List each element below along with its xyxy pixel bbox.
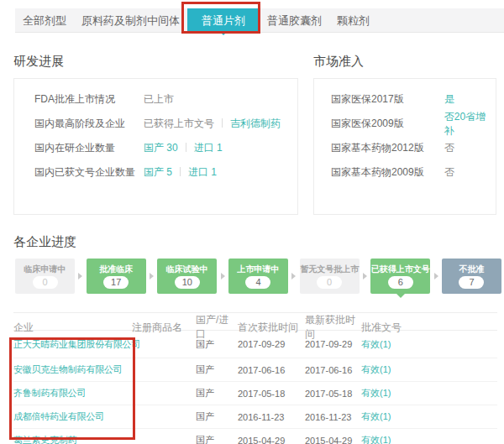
license-link[interactable]: 有效(1) <box>361 363 497 376</box>
license-link[interactable]: 有效(1) <box>361 338 497 351</box>
info-row: FDA批准上市情况已上市 <box>14 87 297 112</box>
stage-count-badge: 0 <box>33 276 58 289</box>
market-access-title: 市场准入 <box>313 54 364 70</box>
info-label: 国家医保2009版 <box>331 117 444 131</box>
first-approval-date-cell: 2017-09-29 <box>238 339 305 349</box>
table-header-row: 企业注册商品名国产/进口首次获批时间最新获批时间批准文号 <box>13 313 497 331</box>
stage-count-badge: 0 <box>317 276 342 289</box>
market-access-panel: 国家医保2017版是国家医保2009版否20省增补国家基本药物2012版否国家基… <box>313 78 496 215</box>
info-label: 国内在研企业数量 <box>34 141 144 155</box>
stage-label: 已获得上市文号 <box>370 259 430 274</box>
stage-label: 临床申请中 <box>15 259 75 274</box>
origin-cell: 国产 <box>196 410 238 423</box>
table-header-cell: 注册商品名 <box>132 321 196 335</box>
latest-approval-date-cell: 2017-09-29 <box>305 339 361 349</box>
tab-item[interactable]: 颗粒剂 <box>329 8 377 32</box>
info-values: 已获得上市文号吉利德制药 <box>144 117 281 131</box>
arrow-right-icon <box>221 273 225 279</box>
value-separator <box>180 167 181 176</box>
tab-bar: 全部剂型原料药及制剂中间体普通片剂普通胶囊剂颗粒剂 <box>15 8 504 33</box>
latest-approval-date-cell: 2016-11-23 <box>305 412 361 422</box>
table-header-cell: 首次获批时间 <box>238 321 305 335</box>
origin-cell: 国产 <box>196 363 238 376</box>
arrow-right-icon <box>291 273 296 279</box>
tab-item[interactable]: 普通胶囊剂 <box>260 8 329 32</box>
value-link[interactable]: 否20省增补 <box>444 111 486 137</box>
company-link[interactable]: 成都倍特药业有限公司 <box>13 410 132 423</box>
table-row: 正大天晴药业集团股份有限公司国产2017-09-292017-09-29有效(1… <box>13 331 497 358</box>
value-separator <box>222 118 223 128</box>
value-link[interactable]: 国产 30 <box>144 142 178 154</box>
info-label: 国家基本药物2012版 <box>331 141 444 155</box>
info-row: 国内最高阶段及企业已获得上市文号吉利德制药 <box>14 112 297 136</box>
license-link[interactable]: 有效(1) <box>361 434 497 444</box>
info-values: 否20省增补 <box>444 110 496 138</box>
stage-label: 批准临床 <box>87 259 146 274</box>
info-label: 国家医保2017版 <box>331 92 444 107</box>
value-link[interactable]: 进口 1 <box>188 166 217 178</box>
value-text: 否 <box>444 142 454 154</box>
stage-count-badge: 6 <box>388 276 413 289</box>
stage-flow: 临床申请中0批准临床17临床试验中10上市申请中4暂无文号批上市0已获得上市文号… <box>15 259 501 294</box>
stage-box[interactable]: 已获得上市文号6 <box>370 259 430 294</box>
first-approval-date-cell: 2016-11-23 <box>238 412 305 422</box>
companies-table: 企业注册商品名国产/进口首次获批时间最新获批时间批准文号 正大天晴药业集团股份有… <box>13 312 497 444</box>
info-values: 是 <box>444 92 454 107</box>
origin-cell: 国产 <box>196 434 238 444</box>
info-row: 国内已获文号企业数量国产 5进口 1 <box>14 160 297 185</box>
value-link[interactable]: 吉利德制药 <box>230 118 281 129</box>
value-link[interactable]: 进口 1 <box>194 142 223 154</box>
info-row: 国家基本药物2009版否 <box>314 160 496 185</box>
origin-cell: 国产 <box>196 387 238 400</box>
info-row: 国内在研企业数量国产 30进口 1 <box>14 136 297 160</box>
info-row: 国家基本药物2012版否 <box>314 136 496 160</box>
table-row: 安徽贝克生物制药有限公司国产2017-06-162017-06-16有效(1) <box>13 358 497 382</box>
table-row: 成都倍特药业有限公司国产2016-11-232016-11-23有效(1) <box>13 405 497 429</box>
info-label: 国内最高阶段及企业 <box>34 117 144 131</box>
value-link[interactable]: 国产 5 <box>144 166 172 178</box>
info-label: 国家基本药物2009版 <box>331 165 444 180</box>
info-values: 否 <box>444 165 454 180</box>
first-approval-date-cell: 2017-05-18 <box>238 389 305 399</box>
value-text: 已获得上市文号 <box>144 118 214 129</box>
company-link[interactable]: 葛兰素史克制药 <box>13 434 132 444</box>
origin-cell: 国产 <box>196 338 238 351</box>
stage-label: 临床试验中 <box>157 259 217 274</box>
table-row: 葛兰素史克制药国产2015-04-292015-04-29有效(1) <box>13 429 497 444</box>
tab-item-active[interactable]: 普通片剂 <box>187 8 260 32</box>
stage-label: 不批准 <box>442 259 501 274</box>
tab-item[interactable]: 原料药及制剂中间体 <box>74 8 187 32</box>
stage-box[interactable]: 批准临床17 <box>87 259 146 294</box>
rnd-progress-title: 研发进展 <box>13 54 64 70</box>
value-link[interactable]: 是 <box>444 93 454 105</box>
stage-box[interactable]: 上市申请中4 <box>228 259 288 294</box>
rnd-progress-panel: FDA批准上市情况已上市国内最高阶段及企业已获得上市文号吉利德制药国内在研企业数… <box>13 78 298 215</box>
latest-approval-date-cell: 2017-05-18 <box>305 389 361 399</box>
company-link[interactable]: 齐鲁制药有限公司 <box>13 387 132 400</box>
stage-box[interactable]: 临床试验中10 <box>157 259 217 294</box>
first-approval-date-cell: 2015-04-29 <box>238 436 305 444</box>
stage-box[interactable]: 不批准7 <box>442 259 501 294</box>
stage-label: 上市申请中 <box>228 259 288 274</box>
first-approval-date-cell: 2017-06-16 <box>238 365 305 375</box>
latest-approval-date-cell: 2015-04-29 <box>305 436 361 444</box>
company-link[interactable]: 正大天晴药业集团股份有限公司 <box>13 338 132 351</box>
stage-box[interactable]: 临床申请中0 <box>15 259 75 294</box>
info-row: 国家医保2017版是 <box>314 87 496 112</box>
arrow-right-icon <box>363 273 367 279</box>
company-link[interactable]: 安徽贝克生物制药有限公司 <box>13 363 132 376</box>
license-link[interactable]: 有效(1) <box>361 410 497 423</box>
license-link[interactable]: 有效(1) <box>361 387 497 400</box>
tab-item[interactable]: 全部剂型 <box>15 8 74 32</box>
stage-count-badge: 17 <box>103 276 129 289</box>
stage-box[interactable]: 暂无文号批上市0 <box>300 259 360 294</box>
table-row: 齐鲁制药有限公司国产2017-05-182017-05-18有效(1) <box>13 382 497 405</box>
arrow-right-icon <box>78 273 82 279</box>
info-label: 国内已获文号企业数量 <box>34 165 144 180</box>
info-label: FDA批准上市情况 <box>34 92 144 107</box>
stage-count-badge: 4 <box>245 276 270 289</box>
company-progress-title: 各企业进度 <box>13 234 76 250</box>
info-row: 国家医保2009版否20省增补 <box>314 112 496 136</box>
arrow-right-icon <box>434 273 438 279</box>
info-values: 否 <box>444 141 454 155</box>
